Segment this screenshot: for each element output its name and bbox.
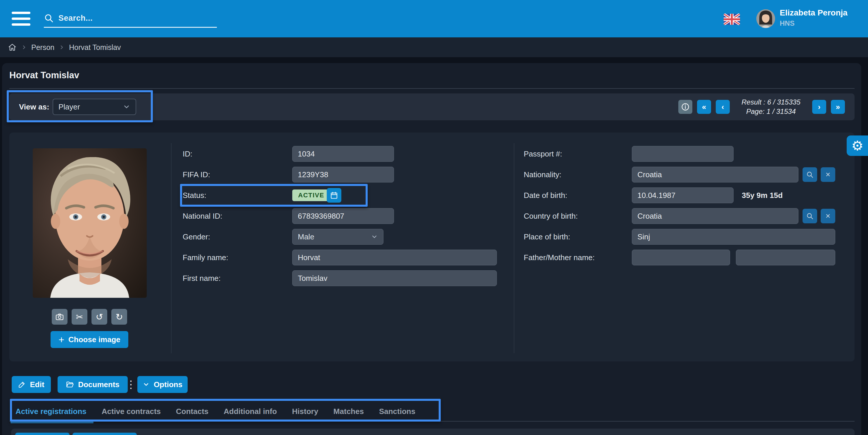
- field-label-country-of-birth: Country of birth:: [524, 208, 578, 224]
- chevron-right-icon: [21, 45, 27, 50]
- user-avatar[interactable]: [756, 9, 775, 28]
- field-label-family-name: Family name:: [183, 249, 228, 265]
- more-actions-button[interactable]: ⋮: [127, 376, 134, 393]
- nationality-field[interactable]: [632, 167, 799, 182]
- person-details-panel: ✂ ↺ ↻ + Choose image ID: FIFA ID: Status…: [9, 133, 855, 361]
- passport-field[interactable]: [632, 146, 734, 162]
- father-name-field[interactable]: [632, 249, 730, 265]
- id-field[interactable]: [292, 146, 394, 162]
- choose-image-button[interactable]: + Choose image: [51, 331, 128, 348]
- documents-button[interactable]: Documents: [58, 376, 128, 393]
- rotate-left-button[interactable]: ↺: [91, 309, 107, 325]
- page-title: Horvat Tomislav: [9, 70, 79, 80]
- partial-button[interactable]: [15, 433, 69, 435]
- field-label-passport: Passport #:: [524, 146, 562, 162]
- hamburger-menu-button[interactable]: [12, 12, 30, 26]
- previous-page-button[interactable]: ‹: [716, 100, 730, 114]
- tab-history[interactable]: History: [292, 407, 318, 416]
- global-search[interactable]: Search...: [44, 9, 217, 28]
- home-icon[interactable]: [8, 43, 17, 52]
- folder-open-icon: [66, 380, 74, 389]
- pager-result-line: Result : 6 / 315335: [735, 98, 807, 107]
- options-button[interactable]: Options: [137, 376, 188, 393]
- status-history-calendar-button[interactable]: [327, 188, 341, 203]
- age-text: 35y 9m 15d: [742, 188, 783, 203]
- scissors-icon: ✂: [76, 312, 83, 322]
- nationality-clear-button[interactable]: ×: [820, 167, 835, 182]
- first-name-field[interactable]: [292, 270, 497, 286]
- tab-contacts[interactable]: Contacts: [176, 407, 208, 416]
- next-page-button[interactable]: ›: [812, 100, 826, 114]
- gear-icon: ⚙: [851, 139, 863, 153]
- settings-gear-button[interactable]: ⚙: [847, 135, 868, 156]
- chevron-right-icon: [59, 45, 64, 50]
- field-label-gender: Gender:: [183, 229, 210, 245]
- tab-sanctions[interactable]: Sanctions: [379, 407, 415, 416]
- last-icon: »: [836, 102, 840, 111]
- active-tab-indicator: [10, 422, 94, 423]
- breadcrumb-item-person[interactable]: Person: [31, 43, 54, 52]
- country-of-birth-clear-button[interactable]: ×: [820, 209, 835, 223]
- search-icon: [44, 13, 54, 23]
- tab-active-contracts[interactable]: Active contracts: [102, 407, 161, 416]
- place-of-birth-field[interactable]: [632, 229, 835, 245]
- hamburger-bar: [12, 23, 30, 26]
- field-label-father-mother: Father/Mother name:: [524, 249, 595, 265]
- options-label: Options: [154, 380, 182, 389]
- photo-toolbar: ✂ ↺ ↻: [52, 309, 127, 325]
- edit-button[interactable]: Edit: [12, 376, 51, 393]
- chevron-down-icon: [371, 233, 378, 240]
- mother-name-field[interactable]: [736, 249, 835, 265]
- clear-icon: ×: [826, 170, 830, 179]
- search-placeholder: Search...: [58, 14, 93, 23]
- tab-additional-info[interactable]: Additional info: [224, 407, 277, 416]
- user-name[interactable]: Elizabeta Peronja: [780, 8, 847, 18]
- language-flag-uk-icon[interactable]: [724, 13, 740, 25]
- family-name-field[interactable]: [292, 249, 497, 265]
- gender-select[interactable]: Male: [292, 229, 383, 245]
- partial-button[interactable]: [72, 433, 137, 435]
- first-icon: «: [702, 102, 706, 111]
- edit-label: Edit: [30, 380, 44, 389]
- tab-matches[interactable]: Matches: [334, 407, 364, 416]
- field-label-id: ID:: [183, 146, 192, 162]
- view-as-value: Player: [58, 102, 80, 111]
- pager-page-line: Page: 1 / 31534: [735, 107, 807, 116]
- column-divider: [514, 143, 515, 353]
- hamburger-bar: [12, 18, 30, 20]
- last-page-button[interactable]: »: [831, 100, 845, 114]
- field-label-date-of-birth: Date of birth:: [524, 188, 567, 203]
- field-label-national-id: National ID:: [183, 208, 222, 224]
- nationality-search-button[interactable]: [803, 167, 817, 182]
- documents-label: Documents: [78, 380, 120, 389]
- rotate-right-button[interactable]: ↻: [111, 309, 127, 325]
- title-divider: [9, 88, 855, 89]
- tab-active-registrations[interactable]: Active registrations: [16, 407, 87, 416]
- camera-button[interactable]: [52, 309, 67, 325]
- field-label-status: Status:: [183, 188, 206, 203]
- date-of-birth-field[interactable]: [632, 188, 734, 203]
- national-id-field[interactable]: [292, 208, 394, 224]
- column-divider: [171, 143, 172, 353]
- country-of-birth-search-button[interactable]: [803, 209, 817, 223]
- chevron-down-icon: [143, 381, 150, 388]
- country-of-birth-field[interactable]: [632, 208, 799, 224]
- fifa-id-field[interactable]: [292, 167, 394, 182]
- clear-icon: ×: [826, 211, 830, 221]
- app-screen: Search... Elizabeta Peronja HNS: [0, 0, 868, 435]
- info-button[interactable]: [678, 100, 692, 114]
- view-as-label: View as:: [19, 93, 50, 120]
- choose-image-label: Choose image: [68, 335, 120, 344]
- crop-scissors-button[interactable]: ✂: [71, 309, 87, 325]
- first-page-button[interactable]: «: [697, 100, 711, 114]
- breadcrumb: Person Horvat Tomislav: [0, 37, 868, 57]
- view-as-select[interactable]: Player: [53, 99, 136, 115]
- top-bar: Search... Elizabeta Peronja HNS: [0, 0, 868, 37]
- field-label-fifa-id: FIFA ID:: [183, 167, 210, 182]
- pager-status: Result : 6 / 315335 Page: 1 / 31534: [735, 98, 807, 116]
- user-organization: HNS: [780, 19, 795, 28]
- breadcrumb-item-current: Horvat Tomislav: [69, 43, 121, 52]
- plus-icon: +: [58, 335, 64, 344]
- more-vertical-icon: ⋮: [126, 378, 136, 391]
- tab-content-card: [11, 429, 855, 435]
